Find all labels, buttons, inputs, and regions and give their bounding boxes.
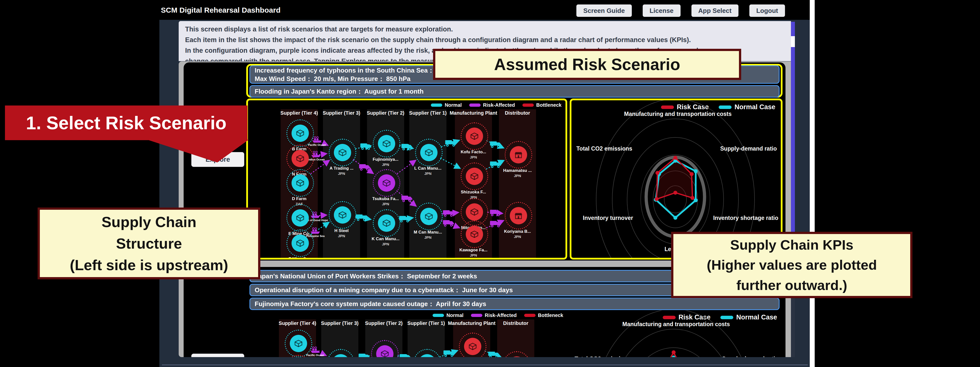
callout-line: Structure [40, 233, 258, 254]
truck-icon [399, 353, 411, 357]
node-circle [508, 356, 525, 357]
scenario-row[interactable]: Flooding in Japan's Kanto region： August… [250, 85, 780, 97]
node-e-mine-co-[interactable] [286, 204, 314, 232]
node-circle [466, 128, 483, 145]
node-circle [466, 168, 483, 185]
node-circle [291, 124, 309, 142]
radar-axis-label: Total CO2 emissions [576, 145, 632, 152]
radar-axis-label: Inventory shortage ratio [713, 215, 778, 222]
node-label: Tsukuba Fa... [358, 196, 413, 201]
node-country-label: JPN [314, 171, 369, 176]
node-label: Koriyama B... [490, 229, 545, 234]
callout-line: Supply Chain [40, 211, 258, 233]
node-shizuoka-f-[interactable] [461, 163, 488, 190]
node-country-label: JPN [490, 235, 545, 239]
top-button-logout[interactable]: Logout [749, 5, 785, 17]
supply-chain-diagram: Supplier (Tier 4)Supplier (Tier 3)Suppli… [246, 99, 567, 260]
node-d-farm[interactable] [286, 169, 314, 197]
callout-supply-chain-structure: Supply ChainStructure(Left side is upstr… [38, 207, 260, 279]
top-bar: SCM Digital Rehearsal Dashboard Screen G… [159, 0, 810, 20]
truck-icon [490, 160, 501, 169]
radar-axis-label: Manufacturing and transportation costs [571, 111, 783, 117]
node-circle [291, 174, 309, 191]
top-button-license[interactable]: License [643, 5, 681, 17]
scrollbar-thumb-description[interactable] [791, 22, 795, 36]
radar-axis-label: Inventory turnover [583, 215, 633, 222]
node-label: Hamamatsu ... [490, 168, 545, 173]
callout-line: (Left side is upstream) [40, 254, 258, 276]
kpi-radar-chart: Risk CaseNormal CaseManufacturing and tr… [570, 311, 783, 357]
node-circle [291, 235, 309, 252]
node-kofu-facto-[interactable] [461, 122, 488, 150]
node-a-trading-[interactable] [329, 139, 356, 166]
node-circle [376, 345, 393, 357]
node-k-can-manu-[interactable] [373, 209, 401, 237]
node-m-can-manu-[interactable] [415, 203, 443, 230]
node-circle [378, 135, 395, 152]
node-label: F Mine Co. [272, 257, 326, 260]
node-circle [420, 144, 438, 161]
callout-assumed-risk-scenario: Assumed Risk Scenario [433, 49, 741, 80]
node-n-farm[interactable] [286, 145, 314, 172]
truck-icon [399, 215, 410, 223]
truck-icon [356, 213, 367, 222]
node-circle [418, 354, 436, 357]
node-b-farm[interactable] [286, 120, 314, 147]
scenario-row[interactable]: Fujinomiya Factory's core system update … [250, 298, 780, 310]
node-circle [334, 144, 351, 161]
node-label: Kofu Facto... [446, 150, 501, 155]
explore-button[interactable]: Explore [191, 354, 244, 357]
radar-axis-label: Manufacturing and transportation costs [570, 321, 783, 328]
node-l-can-manu-[interactable] [415, 139, 443, 166]
truck-icon [445, 139, 457, 148]
scrollbar-gap [791, 36, 795, 47]
node-label: Shizuoka F... [446, 190, 501, 195]
node-label: H Steel [314, 228, 369, 233]
node-circle [332, 354, 350, 357]
callout-select-risk-scenario: 1. Select Risk Scenario [5, 105, 248, 140]
truck-icon [401, 143, 412, 152]
node-koriyama-b-[interactable] [504, 202, 532, 230]
window-footer-divider [162, 364, 808, 365]
node-b-farm[interactable] [285, 330, 312, 357]
node-circle [378, 214, 395, 232]
node-hamamatsu-[interactable] [504, 141, 532, 169]
callout-supply-chain-kpis: Supply Chain KPIs(Higher values are plot… [671, 232, 912, 298]
node-circle [291, 150, 309, 167]
node-circle [334, 206, 351, 223]
top-button-screen-guide[interactable]: Screen Guide [576, 5, 632, 17]
node-country-label: JPN [446, 253, 501, 257]
window-right-edge [810, 0, 815, 367]
description-line: This screen displays a list of risk scen… [179, 21, 794, 35]
truck-icon [490, 140, 501, 149]
node-label: A Trading ... [314, 166, 369, 171]
screen: SCM Digital Rehearsal Dashboard Screen G… [0, 0, 980, 367]
node-tsukuba-fa-[interactable] [373, 169, 401, 197]
top-button-group: Screen GuideLicenseApp SelectLogout [576, 5, 785, 17]
truck-icon [360, 142, 371, 151]
node-f-mine-co-[interactable] [286, 229, 314, 257]
node-country-label: JPN [446, 155, 501, 159]
top-button-app-select[interactable]: App Select [692, 5, 738, 17]
node-label: Fujinomiya... [358, 157, 413, 162]
node-circle [291, 209, 309, 227]
node-kawagoe-fa-[interactable] [461, 220, 488, 248]
truck-icon [488, 350, 500, 357]
node-country-label: JPN [358, 202, 413, 206]
truck-icon [443, 209, 454, 218]
node-country-label: JPN [401, 171, 455, 176]
node-circle [510, 207, 527, 224]
scenario-text: Fujinomiya Factory's core system update … [255, 300, 779, 308]
radar-axis-label: Supply-demand ratio [722, 356, 778, 357]
node-country-label: JPN [490, 174, 545, 178]
node-fujinomiya-[interactable] [373, 130, 401, 158]
node-circle [466, 203, 483, 221]
node-label: L Can Manu... [401, 166, 455, 171]
node-circle [378, 174, 395, 191]
callout-line: Supply Chain KPIs [673, 235, 910, 255]
node-country-label: JPN [401, 235, 455, 239]
node-label: Kawagoe Fa... [446, 247, 501, 252]
node-h-steel[interactable] [329, 201, 356, 229]
scenario-text: Flooding in Japan's Kanto region： August… [255, 87, 779, 96]
node-country-label: JPN [358, 242, 413, 246]
